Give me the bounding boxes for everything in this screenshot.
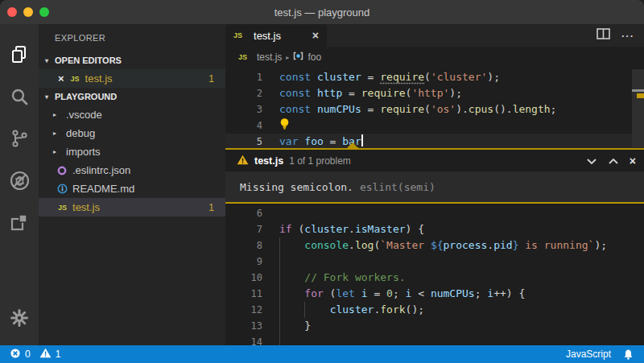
sidebar-item-vscode[interactable]: ▸ .vscode [39,105,225,124]
source-control-icon[interactable] [0,118,39,159]
close-peek-icon[interactable]: × [630,155,636,167]
code-text: const numCPUs = require('os').cpus().len… [279,101,556,118]
line-number[interactable]: 4 [238,118,262,134]
chevron-down-icon: ▾ [45,57,55,64]
code-line-14[interactable]: 14 [225,334,644,345]
line-number[interactable]: 8 [238,237,262,254]
notifications-bell-icon[interactable] [622,349,634,361]
code-token: numCPUs [431,287,475,299]
minimize-window-button[interactable] [23,7,33,17]
line-number[interactable]: 5 [238,134,262,148]
chevron-down-icon[interactable] [586,154,597,168]
breadcrumb-file[interactable]: test.js [257,52,282,63]
code-line-1[interactable]: 1const cluster = require('cluster'); [225,69,644,85]
code-line-3[interactable]: 3const numCPUs = require('os').cpus().le… [225,101,644,118]
sidebar-item-readme[interactable]: README.md [39,179,225,198]
code-token: ( [324,287,336,299]
problems-status-item[interactable]: 0 1 [10,348,60,361]
title-bar: test.js — playground [0,0,644,24]
window-controls [7,0,49,24]
language-mode-item[interactable]: JavaScript [566,349,611,360]
line-number[interactable]: 10 [238,270,262,286]
code-token: = [324,135,342,147]
line-number[interactable]: 3 [238,101,262,118]
code-line-5[interactable]: 5var foo = bar [225,134,644,148]
code-line-11[interactable]: 11 for (let i = 0; i < numCPUs; i++) { [225,286,644,302]
close-icon[interactable]: × [58,72,64,85]
more-actions-icon[interactable]: ··· [621,30,634,42]
code-line-13[interactable]: 13 } [225,318,644,334]
code-line-9[interactable]: 9 [225,254,644,270]
chevron-up-icon[interactable] [608,154,619,168]
code-line-4[interactable]: 4 [225,118,644,134]
search-icon[interactable] [0,76,39,118]
code-token: ); [449,87,462,99]
code-line-7[interactable]: 7if (cluster.isMaster) { [225,221,644,237]
line-number[interactable]: 6 [238,205,262,221]
warning-marker [637,93,644,98]
code-token: ). [456,103,469,115]
code-token: require [380,71,424,83]
sidebar-item-eslintrc[interactable]: .eslintrc.json [39,161,225,179]
line-number[interactable]: 2 [238,85,262,101]
split-editor-icon[interactable] [597,28,610,43]
code-token: = [361,103,380,115]
code-line-6[interactable]: 6 [225,205,644,221]
code-region-bottom: 67if (cluster.isMaster) {8 console.log(`… [225,204,644,345]
code-token: require [361,87,406,99]
code-token: . [349,239,355,251]
code-token: ); [594,239,607,251]
code-token: (); [406,303,424,316]
code-line-12[interactable]: 12 cluster.fork(); [225,302,644,318]
cursor-marker [632,89,644,92]
open-editor-item-testjs[interactable]: × JS test.js 1 [39,69,225,88]
playground-label: PLAYGROUND [55,92,117,101]
playground-header[interactable]: ▾ PLAYGROUND [39,88,225,105]
tab-testjs[interactable]: JS test.js × [225,24,327,47]
chevron-right-icon: ▸ [53,148,63,155]
close-window-button[interactable] [7,7,17,17]
line-number[interactable]: 11 [238,286,262,302]
problem-message-row[interactable]: Missing semicolon. eslint(semi) [225,171,644,202]
code-token: fork [380,303,405,316]
sidebar-item-debug[interactable]: ▸ debug [39,124,225,142]
code-token: cluster [330,303,374,316]
line-number[interactable]: 14 [238,334,262,345]
extensions-icon[interactable] [0,201,39,243]
eslint-icon [56,165,68,176]
line-number[interactable]: 9 [238,254,262,270]
sidebar-item-imports[interactable]: ▸ imports [39,142,225,161]
line-number[interactable]: 12 [238,302,262,318]
code-text: const http = require('http'); [279,85,462,101]
line-number[interactable]: 7 [238,221,262,237]
code-token: ( [424,103,431,115]
code-token: . [349,223,355,235]
line-number[interactable]: 13 [238,318,262,334]
debug-icon[interactable] [0,159,39,201]
code-token: http [317,87,342,99]
breadcrumb-symbol[interactable]: foo [308,52,321,63]
indent-guide [279,334,280,345]
sidebar-item-testjs[interactable]: JS test.js 1 [39,198,225,217]
code-line-2[interactable]: 2const http = require('http'); [225,85,644,101]
code-token: const [279,103,317,115]
chevron-right-icon: ▸ [53,130,63,137]
code-token: = [361,71,380,83]
close-tab-icon[interactable]: × [312,29,319,42]
code-token: ++) { [493,287,525,299]
lightbulb-icon[interactable] [279,118,290,135]
zoom-window-button[interactable] [39,7,49,17]
explorer-icon[interactable] [0,34,39,76]
overview-ruler[interactable] [632,69,644,147]
error-icon [10,348,21,361]
code-token: // Fork workers. [304,271,405,283]
open-editors-header[interactable]: ▾ OPEN EDITORS [39,52,225,69]
gear-icon[interactable] [0,297,39,339]
code-line-8[interactable]: 8 console.log(`Master ${process.pid} is … [225,237,644,254]
code-line-10[interactable]: 10 // Fork workers. [225,270,644,286]
line-number[interactable]: 1 [238,69,262,85]
code-token [279,271,304,283]
sidebar-explorer: EXPLORER ▾ OPEN EDITORS × JS test.js 1 ▾… [39,24,225,345]
code-token: const [279,71,317,83]
code-token: is running` [518,239,594,251]
